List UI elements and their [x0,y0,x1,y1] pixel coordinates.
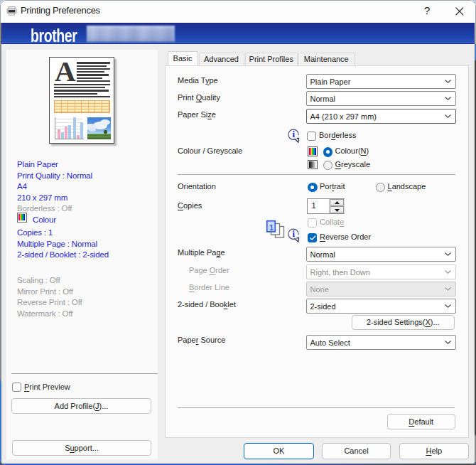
svg-text:1: 1 [269,223,274,232]
